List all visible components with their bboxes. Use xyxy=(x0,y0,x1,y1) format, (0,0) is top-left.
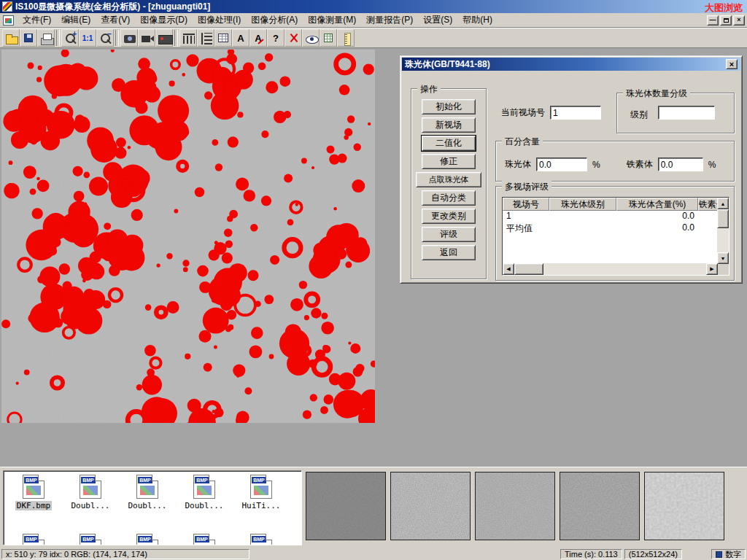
file-item[interactable]: BMP xyxy=(5,534,62,545)
current-view-input[interactable] xyxy=(550,106,601,120)
actual-size-glyph: 1:1 xyxy=(82,34,93,42)
thumbnail[interactable] xyxy=(390,472,471,540)
menu-item[interactable]: 设置(S) xyxy=(418,12,457,28)
scroll-left-button[interactable]: ◀ xyxy=(503,263,514,275)
bitmap-art xyxy=(197,486,212,495)
operation-button[interactable]: 返回 xyxy=(422,245,476,260)
annotate-style-icon[interactable]: A xyxy=(249,29,267,47)
thumbnail[interactable] xyxy=(644,472,724,540)
print-icon[interactable] xyxy=(37,29,55,47)
thumbnail[interactable] xyxy=(560,472,640,540)
file-item[interactable]: BMPDoubl... xyxy=(119,475,176,510)
menu-item[interactable]: 图像处理(I) xyxy=(193,12,246,28)
numeric-mode-icon xyxy=(716,551,722,558)
scroll-down-button[interactable]: ▼ xyxy=(717,252,729,264)
table-header[interactable]: 珠光体含量(%) xyxy=(616,198,698,211)
thumbnail[interactable] xyxy=(306,472,386,540)
current-view-row: 当前视场号 xyxy=(501,106,601,120)
measure-width-icon[interactable] xyxy=(179,29,197,47)
menu-item[interactable]: 图像测量(M) xyxy=(303,12,361,28)
table-header[interactable]: 珠光体级别 xyxy=(549,198,616,211)
image-size-status: (512x512x24) xyxy=(624,549,682,559)
percent-unit: % xyxy=(708,160,716,170)
operation-button[interactable]: 修正 xyxy=(422,154,476,169)
menu-item[interactable]: 查看(V) xyxy=(96,12,135,28)
thumbnail[interactable] xyxy=(475,472,555,540)
scroll-track[interactable] xyxy=(514,263,706,275)
measure-height-icon[interactable] xyxy=(197,29,214,47)
metallographic-image[interactable] xyxy=(1,50,375,423)
ferrite-value-input[interactable] xyxy=(658,158,703,171)
file-item[interactable]: BMPDoubl... xyxy=(62,475,119,510)
annotate-text-icon[interactable]: A xyxy=(232,29,249,47)
operation-button[interactable]: 评级 xyxy=(422,227,476,242)
help-icon[interactable]: ? xyxy=(267,29,285,47)
operation-button[interactable]: 更改类别 xyxy=(422,209,476,224)
app-window: IS100显微摄像系统(金相分析版) - [zhuguangti01] 大图浏览… xyxy=(0,0,747,560)
zoom-in-icon[interactable]: + xyxy=(61,29,79,47)
operation-button[interactable]: 点取珠光体 xyxy=(416,172,481,187)
menu-item[interactable]: 编辑(E) xyxy=(56,12,96,28)
menu-item[interactable]: 图像分析(A) xyxy=(246,12,303,28)
menu-item[interactable]: 文件(F) xyxy=(18,12,56,28)
dialog-close-button[interactable]: × xyxy=(726,59,738,69)
video-icon[interactable] xyxy=(138,29,155,47)
open-icon[interactable] xyxy=(2,29,20,47)
zoom-out-icon[interactable]: − xyxy=(96,29,114,47)
grade-input[interactable] xyxy=(658,106,715,120)
toolbar-separator xyxy=(115,30,119,46)
table-horizontal-scrollbar[interactable]: ◀ ▶ xyxy=(503,263,718,275)
pearlite-value-input[interactable] xyxy=(536,158,587,171)
table-vertical-scrollbar[interactable]: ▲ ▼ xyxy=(717,198,729,264)
operation-button[interactable]: 自动分类 xyxy=(422,190,476,206)
scroll-right-button[interactable]: ▶ xyxy=(706,263,718,275)
capture-icon[interactable] xyxy=(155,29,173,47)
operation-button[interactable]: 二值化 xyxy=(422,136,476,151)
camera-icon[interactable] xyxy=(120,29,138,47)
scroll-thumb[interactable] xyxy=(514,263,543,275)
bmp-file-icon: BMP xyxy=(136,534,158,545)
operation-button[interactable]: 初始化 xyxy=(422,99,476,114)
table-row[interactable]: 平均值0.0 xyxy=(503,222,729,234)
scroll-track[interactable] xyxy=(717,209,729,252)
file-item[interactable]: BMP xyxy=(119,534,176,545)
zoom-in-glyph: + xyxy=(72,30,77,38)
file-item[interactable]: BMPDoubl... xyxy=(176,475,233,510)
file-browser[interactable]: BMPDKF.bmpBMPDoubl...BMPDoubl...BMPDoubl… xyxy=(3,470,302,545)
count-icon[interactable] xyxy=(302,29,320,47)
dialog-title-bar[interactable]: 珠光体(GB/T9441-88) × xyxy=(402,58,740,71)
mdi-minimize-button[interactable]: — xyxy=(707,15,719,26)
mdi-close-button[interactable]: × xyxy=(733,15,745,26)
save-icon[interactable] xyxy=(20,29,37,47)
scroll-up-button[interactable]: ▲ xyxy=(717,198,729,209)
cut-icon[interactable] xyxy=(285,29,302,47)
mdi-window-controls: — × xyxy=(707,15,747,26)
bmp-badge: BMP xyxy=(81,536,96,542)
table-row[interactable]: 10.0 xyxy=(503,211,729,222)
bottom-panel: BMPDKF.bmpBMPDoubl...BMPDoubl...BMPDoubl… xyxy=(0,467,747,548)
file-item[interactable]: BMPDKF.bmp xyxy=(5,475,62,510)
scrollbar-corner xyxy=(718,264,729,275)
menu-bar: 文件(F)编辑(E)查看(V)图像显示(D)图像处理(I)图像分析(A)图像测量… xyxy=(0,13,747,28)
file-item[interactable]: BMP xyxy=(62,534,119,545)
file-item[interactable]: BMP xyxy=(176,534,233,545)
table-icon[interactable] xyxy=(214,29,232,47)
grid-icon[interactable] xyxy=(320,29,337,47)
file-item[interactable]: BMPHuiTi... xyxy=(233,475,290,510)
toolbar: +1:1−AA? xyxy=(0,28,747,48)
menu-item[interactable]: 图像显示(D) xyxy=(135,12,193,28)
bitmap-art xyxy=(254,486,268,495)
ruler-icon[interactable] xyxy=(337,29,355,47)
operation-buttons: 初始化新视场二值化修正点取珠光体自动分类更改类别评级返回 xyxy=(411,89,486,260)
table-cell: 0.0 xyxy=(616,222,698,234)
title-bar: IS100显微摄像系统(金相分析版) - [zhuguangti01] 大图浏览 xyxy=(0,0,747,13)
table-header[interactable]: 视场号 xyxy=(503,198,549,211)
menu-item[interactable]: 帮助(H) xyxy=(457,12,498,28)
file-item[interactable]: BMP xyxy=(233,534,290,545)
actual-size-icon[interactable]: 1:1 xyxy=(79,29,96,47)
bitmap-art xyxy=(83,545,98,545)
scroll-thumb[interactable] xyxy=(717,209,729,228)
operation-button[interactable]: 新视场 xyxy=(422,117,476,133)
menu-item[interactable]: 测量报告(P) xyxy=(361,12,418,28)
mdi-restore-button[interactable] xyxy=(720,15,732,26)
